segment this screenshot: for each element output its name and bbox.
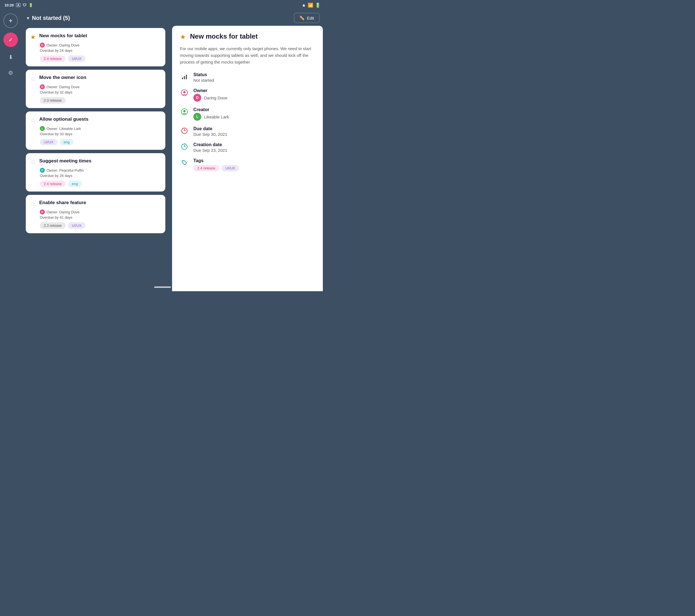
edit-button[interactable]: ✏️ Edit — [294, 13, 320, 23]
owner-icon — [181, 89, 188, 97]
add-button[interactable]: + — [3, 14, 18, 28]
detail-tag-list: 2.4 release UI/UX — [193, 165, 239, 171]
due-date-value: Due Sep 30, 2021 — [193, 132, 227, 137]
status-icon-battery: 🔋 — [29, 3, 33, 7]
overdue-label: Overdue by 41 days — [40, 215, 161, 219]
tag-list: 2.4 release UI/UX — [40, 55, 161, 62]
creator-value: Likeable Lark — [204, 115, 229, 119]
star-icon[interactable]: ☆ — [30, 75, 36, 83]
status-time: 10:20 — [4, 3, 14, 7]
owner-label: Owner: Daring Dove — [47, 85, 80, 89]
edit-label: Edit — [307, 16, 314, 20]
signal-icon: 📶 — [308, 2, 313, 8]
content-area: ▾ Not started (5) ✏️ Edit ★ New mocks fo… — [21, 10, 325, 291]
battery-icon: 🔋 — [315, 2, 321, 8]
tag-list: 2.3 release — [40, 97, 161, 104]
creation-date-icon — [181, 143, 188, 151]
main-columns: ★ New mocks for tablet D Owner: Daring D… — [21, 26, 325, 291]
task-title: New mocks for tablet — [39, 33, 87, 39]
overdue-label: Overdue by 26 days — [40, 174, 161, 178]
detail-tag[interactable]: 2.4 release — [193, 165, 219, 171]
overdue-label: Overdue by 24 days — [40, 49, 161, 53]
settings-button[interactable]: ⚙ — [5, 67, 16, 78]
app-layout: + ✓ ⬇ ⚙ ▾ Not started (5) ✏️ Edit — [0, 10, 325, 291]
status-icon — [181, 74, 187, 81]
task-title: Move the owner icon — [39, 75, 86, 81]
svg-point-6 — [183, 110, 186, 112]
creation-date-value: Due Sep 23, 2021 — [193, 148, 227, 153]
check-icon: ✓ — [9, 36, 13, 43]
owner-value: Daring Dove — [204, 95, 227, 100]
header: ▾ Not started (5) ✏️ Edit — [21, 10, 325, 26]
star-icon[interactable]: ★ — [30, 34, 36, 41]
owner-label: Owner — [193, 88, 227, 93]
status-bar: 10:20 A 🛡 🔋 ▲ 📶 🔋 — [0, 0, 325, 10]
detail-creator-row: Creator L Likeable Lark — [180, 107, 315, 121]
tag[interactable]: 2.4 release — [40, 181, 66, 187]
detail-due-row: Due date Due Sep 30, 2021 — [180, 126, 315, 137]
star-icon[interactable]: ☆ — [30, 200, 36, 208]
svg-rect-1 — [184, 76, 185, 79]
status-icon-a: A — [16, 3, 20, 7]
task-card[interactable]: ☆ Allow optional guests L Owner: Likeabl… — [26, 111, 165, 150]
sidebar: + ✓ ⬇ ⚙ — [0, 10, 21, 291]
detail-creation-row: Creation date Due Sep 23, 2021 — [180, 142, 315, 153]
tag[interactable]: eng — [68, 181, 82, 187]
task-card[interactable]: ★ New mocks for tablet D Owner: Daring D… — [26, 28, 165, 66]
wifi-icon: ▲ — [302, 2, 306, 7]
detail-title: New mocks for tablet — [190, 33, 257, 40]
owner-avatar: D — [40, 84, 45, 89]
owner-avatar: D — [40, 42, 45, 48]
task-card[interactable]: ☆ Enable share feature D Owner: Daring D… — [26, 195, 165, 233]
task-title: Suggest meeting times — [39, 158, 91, 164]
gear-icon: ⚙ — [8, 69, 13, 76]
task-card[interactable]: ☆ Suggest meeting times P Owner: Peacefu… — [26, 153, 165, 192]
svg-point-4 — [183, 91, 186, 93]
tag[interactable]: eng — [60, 139, 74, 145]
detail-owner-row: Owner D Daring Dove — [180, 88, 315, 102]
tag[interactable]: 2.3 release — [40, 97, 66, 104]
tasks-button[interactable]: ✓ — [3, 33, 18, 47]
task-card[interactable]: ☆ Move the owner icon D Owner: Daring Do… — [26, 70, 165, 108]
svg-point-10 — [183, 161, 184, 162]
collapse-icon[interactable]: ▾ — [27, 15, 29, 21]
page-title: Not started (5) — [32, 15, 70, 21]
tag[interactable]: UI/UX — [40, 139, 57, 145]
plus-icon: + — [9, 17, 13, 25]
detail-star-icon[interactable]: ★ — [180, 33, 186, 41]
tag[interactable]: 2.4 release — [40, 55, 66, 62]
creator-label: Creator — [193, 107, 229, 112]
tag[interactable]: UI/UX — [68, 222, 85, 229]
tag[interactable]: 2.3 release — [40, 222, 66, 229]
owner-avatar: D — [40, 209, 45, 214]
due-date-label: Due date — [193, 126, 227, 131]
tag-list: 2.3 release UI/UX — [40, 222, 161, 229]
detail-panel: ★ New mocks for tablet For our mobile ap… — [172, 26, 323, 291]
detail-description: For our mobile apps, we currently only t… — [180, 46, 315, 66]
detail-tags-row: Tags 2.4 release UI/UX — [180, 158, 315, 171]
owner-label: Owner: Peaceful Puffin — [47, 168, 84, 173]
status-icon-shield: 🛡 — [23, 3, 26, 7]
owner-label: Owner: Likeable Lark — [47, 126, 81, 131]
owner-label: Owner: Daring Dove — [47, 43, 80, 47]
task-list: ★ New mocks for tablet D Owner: Daring D… — [21, 26, 170, 291]
svg-rect-0 — [182, 77, 183, 79]
edit-icon: ✏️ — [299, 15, 305, 20]
inbox-button[interactable]: ⬇ — [5, 52, 16, 63]
svg-line-9 — [184, 143, 185, 144]
detail-tag[interactable]: UI/UX — [221, 165, 239, 171]
svg-rect-2 — [186, 75, 187, 79]
tags-icon — [181, 159, 188, 167]
task-title: Allow optional guests — [39, 117, 88, 122]
owner-avatar: P — [40, 168, 45, 173]
task-title: Enable share feature — [39, 200, 86, 206]
detail-status-row: Status Not started — [180, 72, 315, 83]
owner-avatar: L — [40, 126, 45, 131]
star-icon[interactable]: ☆ — [30, 117, 36, 124]
star-icon[interactable]: ☆ — [30, 159, 36, 166]
overdue-label: Overdue by 33 days — [40, 132, 161, 136]
owner-avatar-md: D — [193, 94, 201, 102]
tag[interactable]: UI/UX — [68, 55, 85, 62]
creation-date-label: Creation date — [193, 142, 227, 147]
tag-list: UI/UX eng — [40, 139, 161, 145]
